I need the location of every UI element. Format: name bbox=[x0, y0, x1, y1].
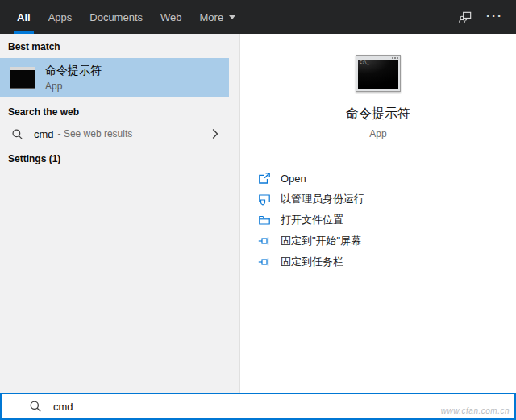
action-pin-to-taskbar-label: 固定到任务栏 bbox=[281, 255, 343, 269]
cmd-app-icon bbox=[10, 67, 35, 89]
admin-shield-icon bbox=[258, 193, 271, 206]
action-open-file-location-label: 打开文件位置 bbox=[281, 213, 343, 227]
action-pin-to-taskbar[interactable]: 固定到任务栏 bbox=[258, 256, 364, 268]
web-result-suffix: - See web results bbox=[58, 128, 133, 139]
best-match-text: 命令提示符 App bbox=[45, 64, 102, 92]
tab-all-label: All bbox=[17, 11, 31, 23]
context-actions: Open 以管理员身份运行 bbox=[240, 172, 364, 268]
best-match-title: 命令提示符 bbox=[45, 64, 102, 78]
tab-documents[interactable]: Documents bbox=[81, 0, 152, 34]
section-best-match: Best match bbox=[0, 34, 239, 52]
web-result-query: cmd bbox=[34, 128, 54, 140]
search-input-value: cmd bbox=[53, 401, 73, 413]
tab-apps-label: Apps bbox=[48, 11, 73, 23]
search-filter-bar: All Apps Documents Web More ··· bbox=[0, 0, 516, 34]
feedback-icon[interactable] bbox=[458, 10, 473, 25]
action-pin-to-start[interactable]: 固定到"开始"屏幕 bbox=[258, 235, 364, 247]
action-open-file-location[interactable]: 打开文件位置 bbox=[258, 214, 364, 227]
action-run-as-admin-label: 以管理员身份运行 bbox=[281, 192, 364, 206]
folder-icon bbox=[258, 214, 271, 227]
search-icon bbox=[29, 400, 42, 413]
tab-all[interactable]: All bbox=[8, 0, 40, 34]
action-open-label: Open bbox=[281, 173, 306, 185]
more-options-icon[interactable]: ··· bbox=[486, 10, 503, 25]
topbar-actions: ··· bbox=[458, 0, 516, 34]
action-open[interactable]: Open bbox=[258, 172, 364, 185]
cmd-prompt-text: C:\_ bbox=[360, 60, 369, 64]
chevron-down-icon bbox=[229, 15, 235, 19]
chevron-right-icon[interactable] bbox=[212, 128, 218, 139]
tab-web-label: Web bbox=[160, 11, 182, 23]
window-dot bbox=[394, 57, 396, 59]
preview-app-title: 命令提示符 bbox=[346, 106, 410, 123]
windows-search-flyout: All Apps Documents Web More ··· bbox=[0, 0, 516, 420]
best-match-subtitle: App bbox=[45, 81, 102, 92]
tab-web[interactable]: Web bbox=[152, 0, 191, 34]
window-dot bbox=[397, 57, 398, 59]
cmd-icon-screen: C:\_ bbox=[358, 60, 398, 89]
tab-apps[interactable]: Apps bbox=[40, 0, 81, 34]
results-list-panel: Best match 命令提示符 App Search the web cmd … bbox=[0, 34, 240, 393]
tab-more[interactable]: More bbox=[191, 0, 245, 34]
preview-panel: C:\_ 命令提示符 App Open bbox=[240, 34, 516, 393]
result-best-match-cmd[interactable]: 命令提示符 App bbox=[0, 58, 229, 97]
section-search-web: Search the web bbox=[0, 106, 239, 118]
search-icon bbox=[11, 128, 23, 140]
search-results-area: Best match 命令提示符 App Search the web cmd … bbox=[0, 34, 516, 393]
section-settings: Settings (1) bbox=[0, 153, 239, 164]
open-launch-icon bbox=[258, 172, 271, 185]
watermark: www.cfan.com.cn bbox=[441, 406, 510, 415]
preview-app-subtitle: App bbox=[369, 128, 386, 139]
search-input[interactable]: cmd www.cfan.com.cn bbox=[0, 393, 516, 420]
action-pin-to-start-label: 固定到"开始"屏幕 bbox=[281, 234, 361, 248]
action-run-as-admin[interactable]: 以管理员身份运行 bbox=[258, 193, 364, 206]
tab-more-label: More bbox=[200, 11, 224, 23]
filter-tabs: All Apps Documents Web More bbox=[0, 0, 244, 34]
pin-icon bbox=[258, 235, 271, 247]
window-dot bbox=[392, 57, 393, 59]
tab-documents-label: Documents bbox=[89, 11, 143, 23]
pin-icon bbox=[258, 256, 271, 268]
cmd-app-icon-large: C:\_ bbox=[356, 55, 401, 92]
result-web-search[interactable]: cmd - See web results bbox=[0, 122, 239, 146]
